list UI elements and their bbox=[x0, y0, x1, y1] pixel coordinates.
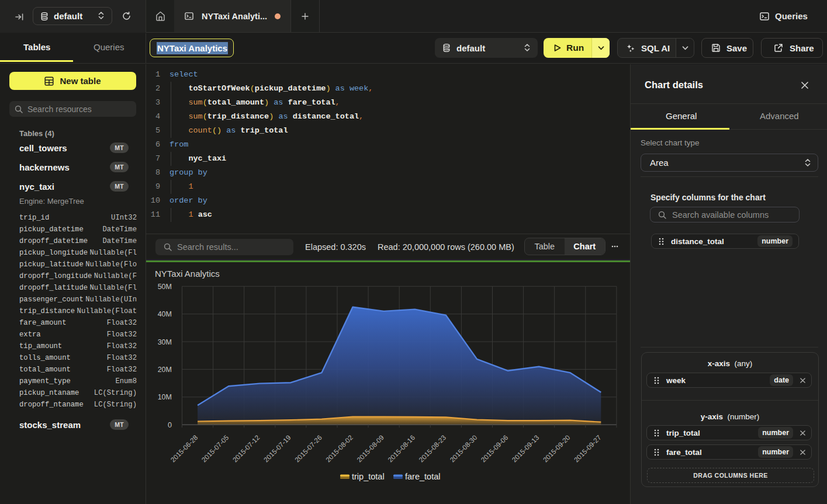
svg-text:2015-07-05: 2015-07-05 bbox=[200, 433, 230, 464]
svg-text:2015-09-06: 2015-09-06 bbox=[479, 433, 509, 463]
svg-text:40M: 40M bbox=[158, 310, 172, 318]
svg-text:trip_total: trip_total bbox=[352, 472, 385, 481]
svg-text:50M: 50M bbox=[158, 283, 172, 291]
svg-text:2015-07-26: 2015-07-26 bbox=[293, 433, 323, 463]
svg-text:fare_total: fare_total bbox=[405, 472, 440, 481]
svg-text:0: 0 bbox=[168, 421, 172, 429]
svg-text:10M: 10M bbox=[158, 393, 172, 401]
svg-text:2015-09-20: 2015-09-20 bbox=[541, 433, 572, 464]
svg-text:2015-06-28: 2015-06-28 bbox=[169, 433, 199, 463]
svg-text:2015-08-30: 2015-08-30 bbox=[448, 433, 479, 464]
svg-text:2015-09-27: 2015-09-27 bbox=[572, 433, 602, 463]
svg-text:2015-08-23: 2015-08-23 bbox=[417, 433, 447, 463]
svg-text:2015-07-19: 2015-07-19 bbox=[262, 433, 292, 463]
svg-text:2015-08-02: 2015-08-02 bbox=[324, 433, 354, 463]
svg-text:2015-09-13: 2015-09-13 bbox=[510, 433, 540, 463]
svg-text:20M: 20M bbox=[158, 366, 172, 374]
svg-text:2015-07-12: 2015-07-12 bbox=[231, 433, 261, 463]
svg-text:30M: 30M bbox=[158, 338, 172, 346]
svg-text:2015-08-16: 2015-08-16 bbox=[386, 433, 416, 463]
svg-text:2015-08-09: 2015-08-09 bbox=[355, 433, 385, 463]
